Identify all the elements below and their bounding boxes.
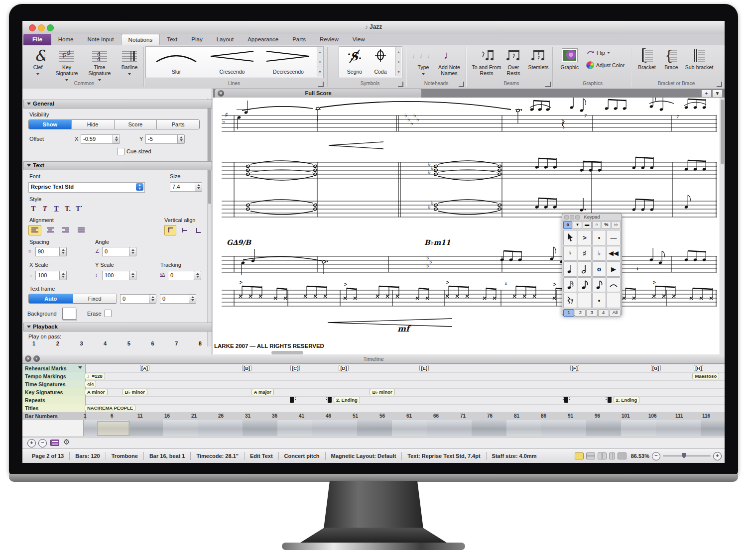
tab-text[interactable]: Text <box>160 34 184 45</box>
timeline-lane-rehearsal[interactable]: [A][B][C][D][E][F][G][H] <box>83 364 725 372</box>
stemlets-button[interactable]: Stemlets <box>525 46 551 70</box>
rehearsal-mark[interactable]: [A] <box>140 365 149 371</box>
status-segment[interactable]: Magnetic Layout: Default <box>326 453 402 459</box>
pass-number[interactable]: 1 <box>32 340 35 346</box>
frame-height-stepper[interactable] <box>189 294 196 304</box>
offset-y-field[interactable]: -5 <box>145 134 178 144</box>
adjust-color-button[interactable]: Adjust Color <box>586 61 624 69</box>
noteheads-dialog-launcher[interactable] <box>459 82 464 87</box>
bar-number[interactable]: 1 <box>84 413 87 419</box>
repeat-marker[interactable] <box>290 397 294 403</box>
keypad-page-2[interactable]: 2 <box>575 309 586 317</box>
title-chip[interactable]: NACIREMA PEOPLE <box>85 405 135 411</box>
view-single-icon[interactable] <box>609 452 615 459</box>
frame-height-field[interactable]: 0 <box>160 294 191 304</box>
bar-number[interactable]: 41 <box>299 413 304 419</box>
align-left-button[interactable] <box>28 225 41 235</box>
status-segment[interactable]: Bar 16, beat 1 <box>144 453 191 459</box>
tab-notations[interactable]: Notations <box>121 34 160 45</box>
bar-number[interactable]: 56 <box>379 413 385 419</box>
timeline-lane-tempo[interactable]: ♩=128Maestoso <box>83 372 725 380</box>
status-segment[interactable]: Staff size: 4.0mm <box>487 453 542 459</box>
sub-bracket-button[interactable]: Sub-bracket <box>683 46 716 70</box>
tab-note-input[interactable]: Note Input <box>81 34 121 45</box>
zoom-out-button[interactable]: − <box>652 452 660 460</box>
bar-number[interactable]: 26 <box>218 413 224 419</box>
cue-sized-checkbox[interactable] <box>117 148 124 155</box>
zoom-slider[interactable] <box>663 455 711 456</box>
bar-number[interactable]: 46 <box>326 413 331 419</box>
keypad-layout-tab[interactable]: o <box>563 221 572 229</box>
tab-review[interactable]: Review <box>313 34 346 45</box>
beams-over-rests-button[interactable]: Over Rests <box>502 46 524 76</box>
keypad-cell-blank-1[interactable] <box>578 293 592 308</box>
symbols-dialog-launcher[interactable] <box>398 82 403 87</box>
tab-full-score[interactable]: ✕ Full Score <box>215 89 421 98</box>
keypad-page-1[interactable]: 1 <box>563 309 574 317</box>
keypad-cell-pointer[interactable] <box>563 230 577 245</box>
offset-x-field[interactable]: -0.59 <box>81 134 114 144</box>
coda-item[interactable]: Coda <box>368 48 393 76</box>
keypad-window-button[interactable] <box>564 215 569 220</box>
bar-number[interactable]: 66 <box>433 413 439 419</box>
angle-stepper[interactable] <box>129 247 136 256</box>
bracket-button[interactable]: Bracket <box>634 46 660 70</box>
timeline-zoom-out-button[interactable]: − <box>38 439 47 448</box>
status-segment[interactable]: Edit Text <box>245 453 278 459</box>
keypad-cell-quarter-note[interactable] <box>563 261 577 277</box>
timeline-close-button[interactable]: ✕ <box>25 355 31 362</box>
lines-dialog-launcher[interactable] <box>318 82 324 87</box>
pass-number[interactable]: 2 <box>56 340 59 346</box>
add-note-names-button[interactable]: ♩ Add Note Names <box>435 46 464 76</box>
style-underline-button[interactable]: T <box>51 204 61 214</box>
keypad-titlebar[interactable]: Keypad <box>562 214 622 221</box>
keypad-layout-tab[interactable]: ▬ <box>583 221 592 229</box>
angle-field[interactable]: 0 <box>102 247 131 256</box>
align-center-button[interactable] <box>44 225 57 235</box>
size-stepper[interactable] <box>195 182 202 192</box>
clef-button[interactable]: & Clef <box>26 46 49 76</box>
size-field[interactable]: 7.4 <box>170 182 197 192</box>
keypad-page-3[interactable]: 3 <box>586 309 597 317</box>
keypad-cell-dot[interactable]: • <box>592 293 606 308</box>
ending-label[interactable]: 2. Ending <box>614 397 640 403</box>
status-segment[interactable]: Trombone <box>106 453 143 459</box>
zoom-slider-thumb[interactable] <box>682 453 686 458</box>
tab-file[interactable]: File <box>23 34 51 45</box>
rehearsal-mark[interactable]: [D] <box>339 365 348 371</box>
status-segment[interactable]: Bars: 120 <box>70 453 106 459</box>
timeline-settings-gear[interactable]: ⚙ <box>63 438 70 447</box>
status-segment[interactable]: Page 2 of 13 <box>26 453 69 459</box>
tab-appearance[interactable]: Appearance <box>241 34 285 45</box>
pass-number[interactable]: 6 <box>151 340 154 346</box>
keypad-page-All[interactable]: All <box>610 309 621 317</box>
beams-dialog-launcher[interactable] <box>545 82 551 87</box>
crescendo-item[interactable]: Crescendo <box>205 48 259 76</box>
bar-number[interactable]: 96 <box>595 413 600 419</box>
repeat-marker[interactable] <box>564 397 568 403</box>
rehearsal-mark[interactable]: [C] <box>290 365 300 371</box>
bar-number[interactable]: 71 <box>460 413 466 419</box>
keypad-cell-play[interactable]: ▶ <box>607 261 621 277</box>
rehearsal-mark[interactable]: [E] <box>419 365 429 371</box>
status-segment[interactable]: Timecode: 28.1" <box>191 453 244 459</box>
keypad-layout-tab[interactable]: ♭♭ <box>612 221 621 229</box>
timeline-lane-keysig[interactable]: A minorB♭ minorA majorB♭ minor <box>83 388 725 396</box>
view-pages-icon[interactable] <box>586 452 595 459</box>
time-signature-button[interactable]: 44 Time Signature <box>84 46 115 82</box>
style-italic-button[interactable]: T <box>40 204 50 214</box>
timeline-lane-titles[interactable]: NACIREMA PEOPLE <box>83 404 725 412</box>
style-subscript-button[interactable]: T. <box>63 204 73 214</box>
style-bold-button[interactable]: T <box>28 204 38 214</box>
bar-number[interactable]: 91 <box>568 413 573 419</box>
rehearsal-mark[interactable]: [B] <box>242 365 251 371</box>
keypad-cell-eighth-note-2[interactable] <box>592 277 606 293</box>
tab-play[interactable]: Play <box>184 34 209 45</box>
tempo-marking[interactable]: Maestoso <box>692 373 719 379</box>
spacing-stepper[interactable] <box>59 247 67 256</box>
key-signature[interactable]: A major <box>251 389 274 395</box>
time-signature[interactable]: 4/4 <box>85 381 96 387</box>
key-signature[interactable]: B♭ minor <box>370 389 394 395</box>
valign-top-button[interactable] <box>164 225 176 235</box>
bar-number[interactable]: 36 <box>272 413 277 419</box>
